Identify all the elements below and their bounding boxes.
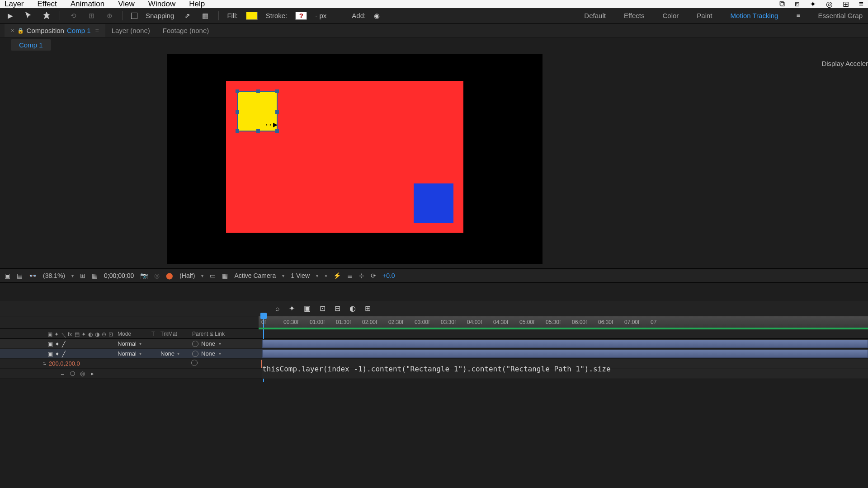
current-time[interactable]: 0;00;00;00 [104, 272, 134, 279]
handle-tl[interactable] [236, 89, 239, 93]
toggle-transparency-icon[interactable]: ▦ [222, 272, 228, 279]
handle-bl[interactable] [236, 129, 239, 133]
handle-bm[interactable] [256, 129, 260, 133]
pickwhip-icon[interactable] [192, 351, 198, 357]
collapse-column-icon[interactable]: ✦ [81, 331, 87, 337]
workspace-default[interactable]: Default [584, 12, 606, 19]
search-icon[interactable]: ⌕ [275, 305, 280, 313]
fill-color-swatch[interactable] [246, 12, 258, 20]
layer-row[interactable]: ▣ ✦ ╱ Normal▾ None▾ [0, 339, 868, 349]
show-snapshot-icon[interactable]: ◎ [154, 272, 160, 279]
effects-column-icon[interactable]: ◑ [95, 331, 100, 337]
handle-ml[interactable] [236, 110, 239, 114]
selection-tool-icon[interactable] [24, 11, 33, 21]
layer-tab[interactable]: Layer (none) [105, 24, 156, 37]
workspace-paint[interactable]: Paint [697, 12, 712, 19]
menu-window[interactable]: Window [148, 0, 175, 9]
chevron-down-icon[interactable]: ▾ [139, 351, 142, 356]
rotate-tool-icon[interactable]: ⟲ [68, 11, 78, 21]
layer-parent-dropdown[interactable]: None [201, 340, 215, 347]
snapping-checkbox[interactable] [131, 13, 137, 19]
menu-effect[interactable]: Effect [38, 0, 57, 9]
handle-br[interactable] [275, 129, 279, 133]
work-area-bar[interactable] [259, 328, 868, 329]
motion-blur-icon[interactable]: ◐ [349, 304, 356, 313]
pickwhip-icon[interactable] [192, 341, 198, 347]
chevron-down-icon[interactable]: ▾ [219, 351, 221, 356]
view-dropdown[interactable]: 1 View [291, 272, 310, 279]
composition-canvas[interactable]: ↔▸ [226, 81, 463, 233]
yellow-rectangle-shape[interactable]: ↔▸ [237, 91, 278, 131]
chevron-down-icon[interactable]: ▾ [219, 341, 221, 346]
always-preview-icon[interactable]: ▣ [5, 272, 10, 279]
shy-column-icon[interactable]: ▤ [75, 331, 80, 337]
camera-dropdown-icon[interactable]: ▾ [282, 273, 284, 278]
layer-duration-bar[interactable] [262, 340, 868, 348]
snapshot-icon[interactable]: 📷 [140, 272, 148, 279]
snap-grid-icon[interactable]: ▦ [200, 11, 210, 21]
lock-icon[interactable]: 🔒 [17, 28, 24, 34]
layer-mode-dropdown[interactable]: Normal [118, 340, 137, 347]
timeline-icon[interactable]: ≣ [347, 272, 353, 279]
frameblend-column-icon[interactable]: ⊙ [102, 331, 107, 337]
zoom-level[interactable]: (38.1%) [43, 272, 65, 279]
channel-icon[interactable]: ⬤ [166, 272, 173, 279]
layer-switch-video-icon[interactable]: ▣ [47, 341, 53, 347]
menu-layer[interactable]: Layer [5, 0, 24, 9]
layer-switch-collapse-icon[interactable]: ✦ [55, 341, 61, 347]
chevron-down-icon[interactable]: ▾ [139, 341, 142, 346]
transparency-grid-icon[interactable]: ▤ [17, 272, 23, 279]
menubar-extra-icon[interactable]: ≡ [859, 0, 863, 9]
blue-rectangle-shape[interactable] [414, 183, 453, 223]
frame-blend-icon[interactable]: ⊟ [335, 304, 340, 313]
breadcrumb-comp[interactable]: Comp 1 [11, 39, 51, 51]
view-dropdown-icon[interactable]: ▾ [316, 273, 318, 278]
expression-pickwhip-icon[interactable]: ◎ [79, 370, 86, 377]
pixel-aspect-icon[interactable]: ▫ [325, 272, 327, 279]
handle-mr[interactable] [275, 110, 279, 114]
quality-column-icon[interactable]: ◐ [88, 331, 94, 337]
frame-io-icon[interactable]: ⧉ [779, 0, 785, 9]
workspace-menu-icon[interactable]: ≡ [796, 12, 800, 19]
property-value[interactable]: 200.0,200.0 [49, 360, 80, 367]
layer-parent-dropdown[interactable]: None [201, 350, 215, 357]
audio-column-icon[interactable]: ✦ [54, 331, 60, 337]
footage-tab[interactable]: Footage (none) [156, 24, 216, 37]
draft3d-icon[interactable]: ▣ [304, 304, 311, 313]
layer-mode-dropdown[interactable]: Normal [118, 350, 137, 357]
layer-switch-quality-icon[interactable]: ╱ [62, 351, 68, 357]
workspace-motion-tracking[interactable]: Motion Tracking [731, 12, 778, 19]
workspace-essential[interactable]: Essential Grap [818, 12, 863, 19]
mode-column-header[interactable]: Mode [118, 331, 151, 337]
pickwhip-icon[interactable] [191, 360, 198, 366]
resolution-dropdown[interactable]: (Half) [179, 272, 195, 279]
lock-column-icon[interactable]: fx [68, 331, 73, 337]
composition-mini-flowchart-icon[interactable]: ✦ [289, 304, 295, 313]
workspace-effects[interactable]: Effects [624, 12, 645, 19]
stroke-color-swatch[interactable]: ? [295, 12, 307, 20]
guides-icon[interactable]: ▦ [92, 272, 98, 279]
motionblur-column-icon[interactable]: ⊡ [108, 331, 114, 337]
video-column-icon[interactable]: ▣ [47, 331, 53, 337]
add-dropdown-icon[interactable]: ◉ [374, 12, 380, 20]
sync-icon[interactable]: ✦ [810, 0, 816, 9]
handle-tm[interactable] [256, 89, 260, 93]
layer-row[interactable]: ▣ ✦ ╱ Normal▾ None▾ None▾ [0, 349, 868, 359]
expression-text-field[interactable]: thisComp.layer(index -1).content("Rectan… [262, 359, 868, 379]
zoom-dropdown-icon[interactable]: ▾ [71, 273, 74, 278]
resolution-dropdown-icon[interactable]: ▾ [201, 273, 203, 278]
exposure-value[interactable]: +0.0 [382, 272, 395, 279]
solo-column-icon[interactable]: ＼ [61, 331, 66, 337]
parent-column-header[interactable]: Parent & Link [192, 331, 258, 337]
expression-language-menu-icon[interactable]: ▸ [89, 370, 96, 377]
chevron-down-icon[interactable]: ▾ [177, 351, 179, 356]
menu-help[interactable]: Help [189, 0, 205, 9]
shy-icon[interactable]: ⊡ [320, 304, 326, 313]
status-icon[interactable]: ⊞ [843, 0, 849, 9]
flowchart-icon[interactable]: ⊹ [359, 272, 364, 279]
graph-editor-icon[interactable]: ⊞ [365, 304, 371, 313]
mask-icon[interactable]: 👓 [29, 272, 37, 279]
panel-menu-icon[interactable]: ≡ [95, 27, 99, 34]
layer-trkmat-dropdown[interactable]: None [160, 350, 175, 357]
composition-tab[interactable]: × 🔒 Composition Comp 1 ≡ [5, 24, 105, 37]
